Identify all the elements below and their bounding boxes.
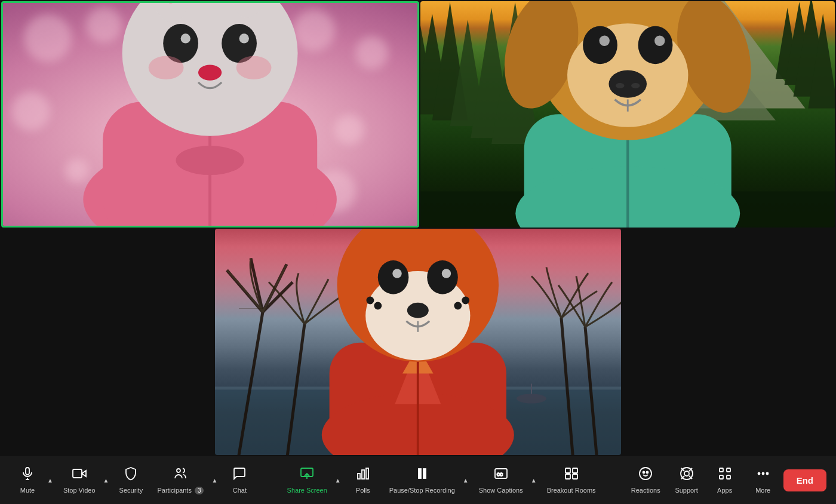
svg-point-13	[149, 56, 184, 79]
svg-point-36	[583, 26, 617, 64]
share-screen-button[interactable]: Share Screen	[281, 463, 333, 497]
svg-rect-88	[419, 469, 421, 478]
show-captions-label: Show Captions	[479, 487, 523, 494]
reactions-button[interactable]: Reactions	[625, 463, 666, 497]
toolbar: Mute ▲ Stop Video ▲	[0, 456, 836, 504]
people-icon	[173, 466, 188, 484]
mute-button[interactable]: Mute	[10, 463, 45, 497]
chat-button[interactable]: Chat	[222, 463, 257, 497]
share-screen-caret[interactable]: ▲	[333, 476, 343, 485]
svg-rect-87	[366, 468, 368, 479]
svg-point-15	[176, 146, 244, 175]
support-label: Support	[675, 487, 698, 494]
svg-point-72	[367, 296, 374, 304]
mute-caret[interactable]: ▲	[45, 476, 55, 485]
svg-point-40	[608, 70, 647, 97]
end-button[interactable]: End	[783, 469, 826, 491]
svg-point-110	[762, 473, 764, 475]
recording-caret[interactable]: ▲	[461, 476, 471, 485]
mute-label: Mute	[20, 487, 35, 494]
toolbar-left-group: Mute ▲ Stop Video ▲	[10, 463, 257, 498]
reactions-label: Reactions	[631, 487, 660, 494]
svg-point-11	[239, 33, 249, 43]
svg-point-82	[177, 469, 180, 472]
toolbar-right-group: Reactions Support	[625, 463, 826, 497]
video-icon	[72, 466, 87, 484]
svg-point-76	[407, 303, 429, 318]
svg-point-42	[631, 83, 640, 88]
svg-text:CC: CC	[497, 472, 503, 477]
svg-point-98	[647, 472, 648, 474]
participants-caret[interactable]: ▲	[210, 476, 219, 485]
svg-point-39	[654, 35, 665, 45]
polls-icon	[356, 466, 370, 484]
breakout-rooms-button[interactable]: Breakout Rooms	[541, 463, 602, 497]
svg-point-75	[454, 302, 462, 309]
breakout-rooms-label: Breakout Rooms	[547, 487, 596, 494]
participants-count: 3	[195, 487, 204, 494]
more-label: More	[755, 487, 770, 494]
svg-rect-95	[573, 474, 577, 479]
svg-rect-89	[423, 469, 426, 478]
pause-recording-button[interactable]: Pause/Stop Recording	[383, 463, 461, 497]
support-button[interactable]: Support	[669, 463, 705, 497]
svg-rect-86	[362, 470, 364, 479]
video-caret[interactable]: ▲	[102, 476, 111, 485]
svg-rect-85	[358, 474, 360, 479]
svg-rect-108	[727, 475, 730, 479]
svg-rect-106	[727, 468, 730, 472]
svg-rect-81	[73, 469, 82, 478]
svg-point-10	[181, 33, 190, 43]
video-tile-dog	[420, 1, 835, 228]
video-tile-fox	[215, 229, 621, 455]
svg-point-73	[462, 296, 469, 304]
svg-point-68	[378, 260, 409, 294]
apps-icon	[718, 466, 732, 484]
svg-point-97	[643, 472, 645, 474]
svg-rect-94	[565, 474, 570, 479]
svg-rect-78	[26, 468, 29, 475]
svg-point-38	[599, 35, 609, 45]
mic-icon	[20, 466, 35, 484]
svg-point-69	[427, 260, 458, 294]
stop-video-label: Stop Video	[63, 487, 96, 494]
video-tile-bunny	[1, 1, 419, 228]
svg-rect-105	[720, 468, 723, 472]
breakout-icon	[564, 466, 579, 484]
svg-point-14	[236, 56, 272, 79]
polls-button[interactable]: Polls	[345, 463, 381, 497]
reactions-icon	[638, 466, 653, 484]
captions-caret[interactable]: ▲	[529, 476, 539, 485]
share-screen-label: Share Screen	[287, 487, 327, 494]
share-screen-icon	[300, 466, 314, 484]
svg-rect-107	[720, 475, 723, 479]
chat-label: Chat	[233, 487, 247, 494]
svg-point-111	[766, 473, 768, 475]
security-label: Security	[119, 487, 143, 494]
svg-point-41	[616, 83, 624, 88]
svg-point-96	[640, 468, 651, 480]
svg-rect-93	[573, 468, 577, 473]
more-button[interactable]: More	[745, 463, 781, 497]
more-icon	[756, 466, 770, 484]
polls-label: Polls	[356, 487, 370, 494]
svg-point-71	[442, 269, 451, 278]
svg-point-74	[374, 302, 382, 309]
svg-point-12	[198, 65, 222, 81]
participants-label: Participants	[157, 487, 191, 494]
apps-label: Apps	[717, 487, 732, 494]
participants-button[interactable]: Participants 3	[151, 463, 210, 498]
video-grid	[0, 0, 836, 456]
shield-icon	[124, 466, 138, 484]
apps-button[interactable]: Apps	[707, 463, 743, 497]
pause-recording-label: Pause/Stop Recording	[389, 487, 455, 494]
svg-point-100	[684, 471, 689, 476]
recording-icon	[415, 466, 429, 484]
stop-video-button[interactable]: Stop Video	[57, 463, 102, 497]
svg-point-70	[392, 269, 401, 278]
show-captions-button[interactable]: CC Show Captions	[473, 463, 529, 497]
security-button[interactable]: Security	[113, 463, 149, 497]
cc-icon: CC	[494, 466, 508, 484]
svg-point-37	[638, 26, 672, 64]
support-icon	[680, 466, 694, 484]
